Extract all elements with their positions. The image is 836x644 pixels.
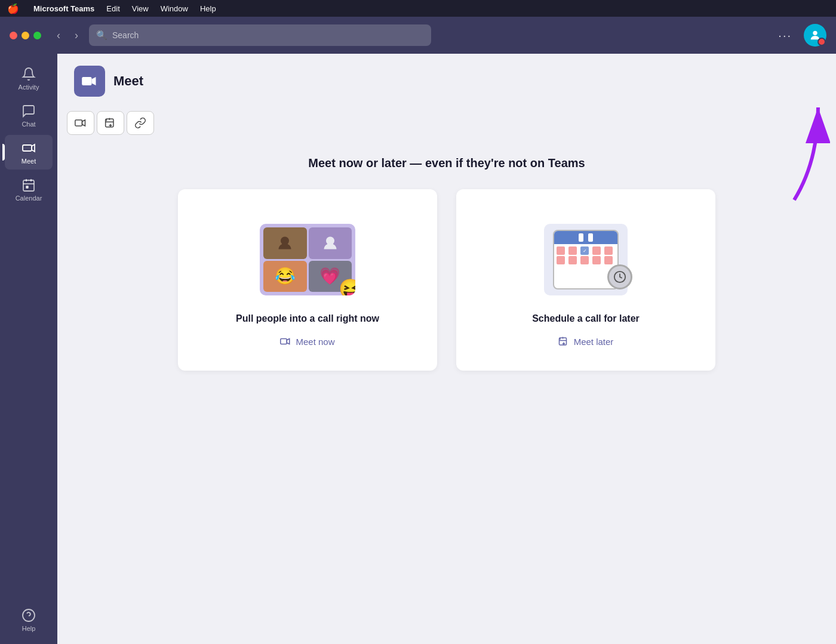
search-icon: 🔍 xyxy=(96,30,107,41)
link-icon xyxy=(134,117,146,129)
svg-rect-1 xyxy=(23,145,32,151)
sub-toolbar xyxy=(57,109,836,144)
app-name: Microsoft Teams xyxy=(33,4,94,13)
chat-label: Chat xyxy=(21,121,35,128)
close-button[interactable] xyxy=(10,32,17,39)
svg-marker-2 xyxy=(32,144,35,152)
cards-headline: Meet now or later — even if they're not … xyxy=(308,156,585,170)
traffic-lights xyxy=(10,32,41,39)
copy-link-tool-btn[interactable] xyxy=(127,111,154,135)
sidebar-item-calendar[interactable]: Calendar xyxy=(5,172,53,207)
bell-icon xyxy=(21,67,36,81)
svg-point-0 xyxy=(813,31,817,35)
avatar-2 xyxy=(322,235,339,251)
menu-window[interactable]: Window xyxy=(161,4,188,13)
sidebar-bottom: Help xyxy=(5,602,53,637)
participant-3: 😂 xyxy=(263,261,307,292)
meet-video-icon xyxy=(81,73,98,90)
avatar-1 xyxy=(276,235,293,251)
meet-later-action[interactable]: Meet later xyxy=(558,336,614,347)
maximize-button[interactable] xyxy=(33,32,41,39)
meet-now-card: 😂 💗 😝 Pull people into a call right now xyxy=(178,189,437,371)
calendar-illustration: ✓ xyxy=(532,218,640,301)
menu-view[interactable]: View xyxy=(132,4,149,13)
video-small-icon xyxy=(75,117,87,129)
content-area: Meet xyxy=(57,54,836,644)
minimize-button[interactable] xyxy=(21,32,29,39)
meet-later-action-icon xyxy=(558,336,569,347)
activity-label: Activity xyxy=(19,84,39,91)
apple-menu[interactable]: 🍎 xyxy=(7,3,19,14)
menu-bar: 🍎 Microsoft Teams Edit View Window Help xyxy=(0,0,836,17)
meet-later-action-label: Meet later xyxy=(574,337,614,347)
svg-rect-3 xyxy=(23,180,34,191)
page-title: Meet xyxy=(113,73,143,89)
participant-2 xyxy=(309,227,352,259)
back-button[interactable]: ‹ xyxy=(53,27,64,43)
sidebar-item-help[interactable]: Help xyxy=(5,602,53,637)
help-icon xyxy=(21,608,36,623)
svg-marker-13 xyxy=(82,120,85,126)
meet-now-card-text: Pull people into a call right now xyxy=(236,313,379,324)
emoji-3: 😝 xyxy=(339,278,355,295)
svg-rect-22 xyxy=(281,339,287,344)
emoji-2: 💗 xyxy=(319,266,340,286)
schedule-tool-btn[interactable] xyxy=(97,111,124,135)
sidebar-item-activity[interactable]: Activity xyxy=(5,61,53,95)
svg-rect-12 xyxy=(75,120,82,126)
clock-icon xyxy=(607,264,632,289)
sidebar-item-meet[interactable]: Meet xyxy=(5,135,53,170)
emoji-1: 😂 xyxy=(275,266,296,286)
forward-button[interactable]: › xyxy=(71,27,82,43)
menu-help[interactable]: Help xyxy=(200,4,216,13)
calendar-icon xyxy=(21,178,36,192)
profile-avatar[interactable] xyxy=(804,24,826,47)
search-bar: 🔍 xyxy=(89,24,431,46)
calendar-label: Calendar xyxy=(16,195,42,202)
meet-later-card-text: Schedule a call for later xyxy=(532,313,640,324)
sidebar: Activity Chat Meet Calendar xyxy=(0,54,57,644)
help-label: Help xyxy=(22,625,36,632)
svg-rect-7 xyxy=(26,186,28,188)
chat-icon xyxy=(21,104,36,118)
search-input[interactable] xyxy=(112,30,424,40)
menu-edit[interactable]: Edit xyxy=(106,4,119,13)
meet-header: Meet xyxy=(57,54,836,109)
cards-row: 😂 💗 😝 Pull people into a call right now xyxy=(178,189,715,371)
meet-now-action[interactable]: Meet now xyxy=(280,336,334,347)
app-body: Activity Chat Meet Calendar xyxy=(0,54,836,644)
svg-rect-10 xyxy=(82,77,91,85)
sidebar-item-chat[interactable]: Chat xyxy=(5,98,53,133)
meet-now-tool-btn[interactable] xyxy=(67,111,94,135)
participant-1 xyxy=(263,227,307,259)
video-call-illustration: 😂 💗 😝 xyxy=(254,218,361,301)
meet-app-icon xyxy=(74,66,105,97)
meet-label: Meet xyxy=(21,158,36,165)
calendar-add-icon xyxy=(105,117,116,129)
svg-marker-11 xyxy=(92,77,96,85)
svg-point-8 xyxy=(23,609,35,621)
toolbar: ‹ › 🔍 ··· xyxy=(0,17,836,54)
video-icon xyxy=(21,141,36,155)
meet-now-action-icon xyxy=(280,336,291,347)
meet-now-action-label: Meet now xyxy=(296,337,334,347)
svg-marker-23 xyxy=(287,339,290,344)
profile-icon xyxy=(809,29,822,42)
more-options-button[interactable]: ··· xyxy=(773,26,797,45)
cards-area: Meet now or later — even if they're not … xyxy=(57,144,836,644)
meet-later-card: ✓ xyxy=(456,189,715,371)
